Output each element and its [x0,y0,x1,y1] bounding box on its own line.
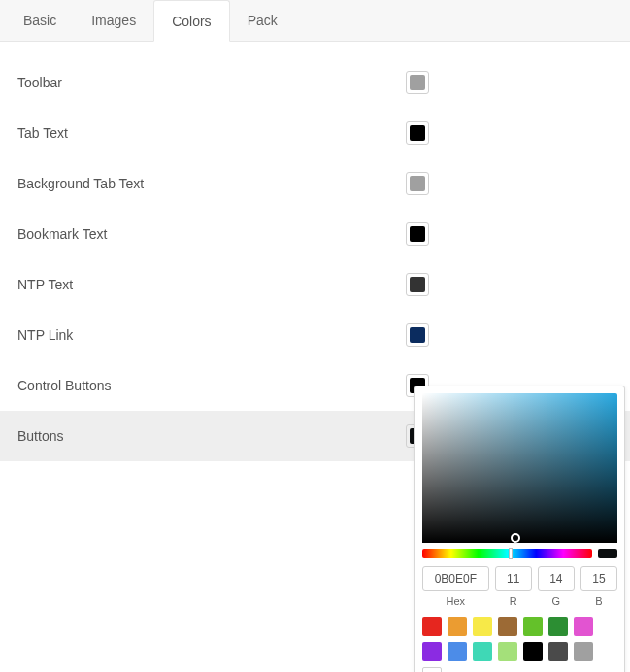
color-swatch-button[interactable] [406,172,429,195]
r-input[interactable] [495,566,532,591]
g-label: G [552,595,561,607]
tab-colors[interactable]: Colors [153,0,229,42]
color-row-label: Background Tab Text [17,176,406,191]
preset-palette [422,617,617,672]
hue-slider[interactable] [422,549,592,558]
color-row-label: Buttons [17,428,406,444]
color-swatch-button[interactable] [406,222,429,246]
hue-cursor[interactable] [509,548,513,559]
color-row: NTP Link [0,310,630,360]
palette-swatch[interactable] [548,642,568,661]
g-input[interactable] [538,566,575,591]
palette-swatch[interactable] [448,617,467,636]
palette-swatch[interactable] [473,617,492,636]
palette-swatch[interactable] [473,642,492,661]
palette-swatch[interactable] [574,642,593,661]
tab-images[interactable]: Images [74,0,153,41]
tab-basic[interactable]: Basic [6,0,74,41]
color-row: Toolbar [0,57,630,108]
color-row: Bookmark Text [0,209,630,259]
palette-swatch[interactable] [523,617,543,636]
color-swatch-button[interactable] [406,323,429,347]
color-swatch-button[interactable] [406,273,429,296]
color-swatch-inner [410,277,425,292]
sv-cursor[interactable] [511,533,520,543]
b-label: B [595,595,602,607]
color-row: Tab Text [0,108,630,158]
color-row-label: NTP Text [17,277,406,292]
palette-swatch[interactable] [422,642,442,661]
color-row-label: NTP Link [17,327,406,343]
color-row-label: Control Buttons [17,378,406,393]
current-color-swatch [598,549,617,558]
hex-label: Hex [447,595,466,607]
b-input[interactable] [580,566,617,591]
palette-swatch[interactable] [422,617,442,636]
palette-swatch[interactable] [422,667,442,672]
color-swatch-inner [410,75,425,90]
color-swatch-inner [410,125,425,141]
palette-swatch[interactable] [498,642,517,661]
palette-swatch[interactable] [548,617,568,636]
color-swatch-inner [410,176,425,191]
palette-swatch[interactable] [523,642,543,661]
sv-black-gradient [422,393,617,543]
palette-swatch[interactable] [448,642,467,661]
color-row: NTP Text [0,259,630,310]
tab-pack[interactable]: Pack [230,0,295,41]
color-swatch-button[interactable] [406,71,429,94]
sv-area[interactable] [422,393,617,543]
tabs-bar: BasicImagesColorsPack [0,0,630,42]
color-swatch-inner [410,226,425,242]
color-row-label: Toolbar [17,75,406,90]
color-swatch-button[interactable] [406,121,429,145]
color-row-label: Bookmark Text [17,226,406,242]
r-label: R [510,595,517,607]
color-row: Background Tab Text [0,158,630,209]
color-picker-popover: Hex R G B [414,386,625,672]
hex-input[interactable] [422,566,489,591]
palette-swatch[interactable] [498,617,517,636]
palette-swatch[interactable] [574,617,593,636]
color-row-label: Tab Text [17,125,406,141]
color-swatch-inner [410,327,425,343]
